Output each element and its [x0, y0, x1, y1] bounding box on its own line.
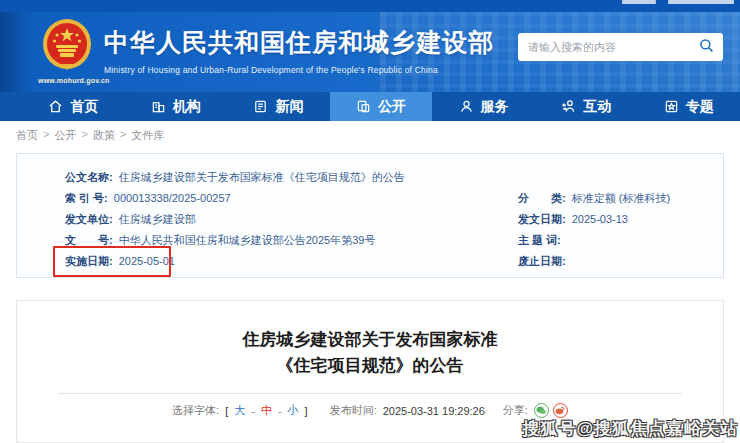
article-title: 住房城乡建设部关于发布国家标准 《住宅项目规范》的公告	[17, 327, 723, 379]
site-search	[518, 33, 723, 61]
sohu-watermark: 搜狐号@搜狐焦点嘉峪关站	[522, 417, 738, 440]
font-size-label: 选择字体:	[172, 403, 219, 418]
search-icon	[699, 38, 714, 56]
field-label: 发文单位:	[65, 212, 113, 226]
nav-item-topics[interactable]: 专题	[637, 92, 740, 121]
topics-icon	[664, 99, 679, 114]
service-icon	[459, 99, 474, 114]
news-icon	[253, 99, 268, 114]
breadcrumb-separator: >	[43, 128, 49, 143]
font-size-separator: -	[251, 405, 255, 417]
field-label: 索 引 号:	[65, 191, 108, 205]
field-label: 公文名称:	[65, 170, 113, 184]
field-label: 主 题 词:	[518, 233, 561, 247]
top-links-cropped	[622, 0, 656, 4]
field-value: 2025-05-01	[119, 254, 175, 268]
nav-item-services[interactable]: 服务	[432, 92, 535, 121]
doc-field-document-number: 文 号: 中华人民共和国住房和城乡建设部公告2025年第39号	[65, 233, 375, 247]
field-value: 中华人民共和国住房和城乡建设部公告2025年第39号	[119, 233, 376, 247]
field-label: 废止日期:	[518, 254, 566, 268]
field-value: 000013338/2025-00257	[114, 191, 231, 205]
nav-label: 新闻	[275, 98, 303, 116]
search-input[interactable]	[528, 41, 697, 53]
nav-label: 首页	[70, 98, 98, 116]
nav-label: 互动	[583, 98, 611, 116]
document-info-panel: 公文名称: 住房城乡建设部关于发布国家标准《住宅项目规范》的公告 索 引 号: …	[16, 153, 724, 278]
home-icon	[48, 99, 63, 114]
nav-item-disclosure[interactable]: 公开	[330, 92, 433, 121]
top-links-cropped	[668, 0, 734, 4]
field-label: 分 类:	[518, 191, 566, 205]
doc-field-keywords: 主 题 词:	[518, 233, 567, 247]
wechat-share-icon[interactable]	[534, 403, 549, 418]
site-logo[interactable]: www.mohurd.gov.cn	[38, 18, 96, 84]
breadcrumb-separator: >	[81, 128, 87, 143]
nav-label: 机构	[173, 98, 201, 116]
nav-label: 公开	[378, 98, 406, 116]
top-utility-bar	[0, 0, 740, 12]
font-size-medium-button[interactable]: 中	[261, 403, 272, 418]
search-button[interactable]	[697, 38, 715, 56]
article-divider	[58, 393, 682, 394]
breadcrumb-home[interactable]: 首页	[16, 128, 38, 143]
weibo-share-icon[interactable]	[553, 403, 568, 418]
doc-field-implementation-date: 实施日期: 2025-05-01	[65, 254, 175, 268]
field-label: 文 号:	[65, 233, 113, 247]
font-size-separator: -	[278, 405, 282, 417]
font-size-bracket: [	[225, 405, 228, 417]
nav-item-home[interactable]: 首页	[22, 92, 125, 121]
article-title-line1: 住房城乡建设部关于发布国家标准	[17, 327, 723, 353]
font-size-small-button[interactable]: 小	[288, 403, 299, 418]
doc-field-issuing-unit: 发文单位: 住房城乡建设部	[65, 212, 196, 226]
disclosure-icon	[356, 99, 371, 114]
share-label: 分享:	[503, 403, 528, 418]
site-title-block: 中华人民共和国住房和城乡建设部 Ministry of Housing and …	[104, 26, 494, 75]
field-value: 住房城乡建设部关于发布国家标准《住宅项目规范》的公告	[119, 170, 405, 184]
article-meta-row: 选择字体: [ 大 - 中 - 小 ] 发布时间: 2025-03-31 19:…	[17, 403, 723, 418]
doc-field-name: 公文名称: 住房城乡建设部关于发布国家标准《住宅项目规范》的公告	[65, 170, 405, 184]
font-size-bracket: ]	[305, 405, 308, 417]
field-value: 标准定额 (标准科技)	[572, 191, 670, 205]
nav-item-interaction[interactable]: 互动	[535, 92, 638, 121]
nav-label: 专题	[686, 98, 714, 116]
nav-item-news[interactable]: 新闻	[227, 92, 330, 121]
doc-field-index-number: 索 引 号: 000013338/2025-00257	[65, 191, 231, 205]
breadcrumb: 首页 > 公开 > 政策 > 文件库	[16, 128, 164, 143]
field-value: 2025-03-13	[572, 212, 628, 226]
breadcrumb-policy[interactable]: 政策	[93, 128, 115, 143]
font-size-large-button[interactable]: 大	[234, 403, 245, 418]
field-value: 住房城乡建设部	[119, 212, 196, 226]
field-label: 实施日期:	[65, 254, 113, 268]
site-header: www.mohurd.gov.cn 中华人民共和国住房和城乡建设部 Minist…	[0, 12, 740, 92]
field-label: 发文日期:	[518, 212, 566, 226]
article-title-line2: 《住宅项目规范》的公告	[17, 353, 723, 379]
nav-item-orgs[interactable]: 机构	[125, 92, 228, 121]
breadcrumb-disclosure[interactable]: 公开	[54, 128, 76, 143]
doc-field-repeal-date: 废止日期:	[518, 254, 572, 268]
doc-field-category: 分 类: 标准定额 (标准科技)	[518, 191, 670, 205]
nav-label: 服务	[481, 98, 509, 116]
header-vignette	[0, 12, 30, 92]
site-title-en: Ministry of Housing and Urban-Rural Deve…	[104, 65, 494, 75]
building-icon	[151, 99, 166, 114]
publish-time-value: 2025-03-31 19:29:26	[383, 405, 485, 417]
publish-time-label: 发布时间:	[330, 403, 377, 418]
share-buttons	[534, 403, 568, 418]
site-url: www.mohurd.gov.cn	[38, 77, 96, 84]
site-title-cn: 中华人民共和国住房和城乡建设部	[104, 26, 494, 59]
doc-field-issue-date: 发文日期: 2025-03-13	[518, 212, 628, 226]
interaction-icon	[561, 99, 576, 114]
national-emblem-icon	[41, 58, 93, 75]
breadcrumb-separator: >	[120, 128, 126, 143]
mohurd-document-page: www.mohurd.gov.cn 中华人民共和国住房和城乡建设部 Minist…	[0, 0, 740, 443]
breadcrumb-library[interactable]: 文件库	[131, 128, 164, 143]
main-nav: 首页 机构 新闻 公开	[0, 92, 740, 121]
